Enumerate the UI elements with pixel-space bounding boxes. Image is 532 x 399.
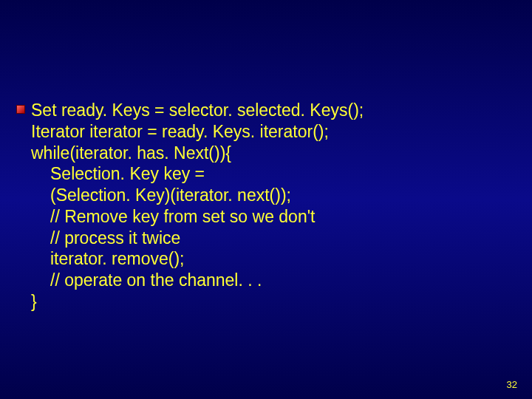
code-line: // Remove key from set so we don't [31,206,502,228]
code-block: Set ready. Keys = selector. selected. Ke… [31,100,502,313]
code-line: // process it twice [31,228,502,249]
code-line: Selection. Key key = [31,163,502,185]
code-line: // operate on the channel. . . [31,270,502,291]
page-number: 32 [507,379,517,390]
bullet-icon [16,105,25,114]
code-line: } [31,291,502,313]
code-line: Iterator iterator = ready. Keys. iterato… [31,121,502,143]
code-line: iterator. remove(); [31,248,502,270]
code-line: (Selection. Key)(iterator. next()); [31,185,502,206]
code-line: Set ready. Keys = selector. selected. Ke… [31,100,502,121]
code-line: while(iterator. has. Next()){ [31,143,502,164]
